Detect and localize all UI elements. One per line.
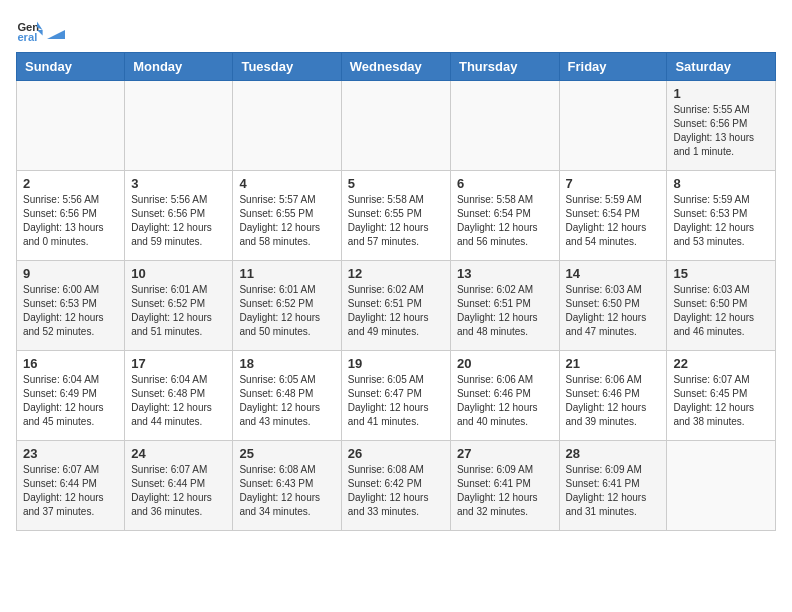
calendar-table: SundayMondayTuesdayWednesdayThursdayFrid… <box>16 52 776 531</box>
day-cell: 2Sunrise: 5:56 AM Sunset: 6:56 PM Daylig… <box>17 171 125 261</box>
day-info: Sunrise: 6:07 AM Sunset: 6:45 PM Dayligh… <box>673 373 769 429</box>
day-cell: 4Sunrise: 5:57 AM Sunset: 6:55 PM Daylig… <box>233 171 341 261</box>
day-info: Sunrise: 6:07 AM Sunset: 6:44 PM Dayligh… <box>131 463 226 519</box>
day-number: 16 <box>23 356 118 371</box>
day-number: 9 <box>23 266 118 281</box>
day-number: 1 <box>673 86 769 101</box>
day-number: 22 <box>673 356 769 371</box>
day-cell: 27Sunrise: 6:09 AM Sunset: 6:41 PM Dayli… <box>450 441 559 531</box>
day-number: 18 <box>239 356 334 371</box>
day-info: Sunrise: 5:59 AM Sunset: 6:53 PM Dayligh… <box>673 193 769 249</box>
day-cell: 7Sunrise: 5:59 AM Sunset: 6:54 PM Daylig… <box>559 171 667 261</box>
day-number: 25 <box>239 446 334 461</box>
day-cell: 1Sunrise: 5:55 AM Sunset: 6:56 PM Daylig… <box>667 81 776 171</box>
day-info: Sunrise: 6:02 AM Sunset: 6:51 PM Dayligh… <box>348 283 444 339</box>
week-row-2: 2Sunrise: 5:56 AM Sunset: 6:56 PM Daylig… <box>17 171 776 261</box>
day-info: Sunrise: 6:01 AM Sunset: 6:52 PM Dayligh… <box>239 283 334 339</box>
day-info: Sunrise: 6:03 AM Sunset: 6:50 PM Dayligh… <box>566 283 661 339</box>
day-info: Sunrise: 5:57 AM Sunset: 6:55 PM Dayligh… <box>239 193 334 249</box>
weekday-header-thursday: Thursday <box>450 53 559 81</box>
day-cell: 25Sunrise: 6:08 AM Sunset: 6:43 PM Dayli… <box>233 441 341 531</box>
day-cell <box>233 81 341 171</box>
day-number: 12 <box>348 266 444 281</box>
day-cell: 3Sunrise: 5:56 AM Sunset: 6:56 PM Daylig… <box>125 171 233 261</box>
day-info: Sunrise: 6:08 AM Sunset: 6:42 PM Dayligh… <box>348 463 444 519</box>
day-number: 24 <box>131 446 226 461</box>
day-number: 26 <box>348 446 444 461</box>
day-number: 10 <box>131 266 226 281</box>
page-header: Gen eral <box>16 16 776 44</box>
day-cell <box>341 81 450 171</box>
weekday-header-sunday: Sunday <box>17 53 125 81</box>
day-info: Sunrise: 5:59 AM Sunset: 6:54 PM Dayligh… <box>566 193 661 249</box>
day-cell: 21Sunrise: 6:06 AM Sunset: 6:46 PM Dayli… <box>559 351 667 441</box>
day-info: Sunrise: 6:09 AM Sunset: 6:41 PM Dayligh… <box>566 463 661 519</box>
day-cell: 9Sunrise: 6:00 AM Sunset: 6:53 PM Daylig… <box>17 261 125 351</box>
weekday-header-friday: Friday <box>559 53 667 81</box>
week-row-5: 23Sunrise: 6:07 AM Sunset: 6:44 PM Dayli… <box>17 441 776 531</box>
day-cell: 15Sunrise: 6:03 AM Sunset: 6:50 PM Dayli… <box>667 261 776 351</box>
day-info: Sunrise: 5:55 AM Sunset: 6:56 PM Dayligh… <box>673 103 769 159</box>
day-cell: 6Sunrise: 5:58 AM Sunset: 6:54 PM Daylig… <box>450 171 559 261</box>
svg-text:eral: eral <box>17 31 37 43</box>
weekday-header-row: SundayMondayTuesdayWednesdayThursdayFrid… <box>17 53 776 81</box>
weekday-header-wednesday: Wednesday <box>341 53 450 81</box>
day-info: Sunrise: 6:06 AM Sunset: 6:46 PM Dayligh… <box>566 373 661 429</box>
day-number: 8 <box>673 176 769 191</box>
day-number: 19 <box>348 356 444 371</box>
logo-triangle-icon <box>47 21 65 39</box>
day-cell: 26Sunrise: 6:08 AM Sunset: 6:42 PM Dayli… <box>341 441 450 531</box>
day-number: 17 <box>131 356 226 371</box>
day-info: Sunrise: 6:09 AM Sunset: 6:41 PM Dayligh… <box>457 463 553 519</box>
day-cell: 23Sunrise: 6:07 AM Sunset: 6:44 PM Dayli… <box>17 441 125 531</box>
logo: Gen eral <box>16 16 66 44</box>
day-info: Sunrise: 5:58 AM Sunset: 6:55 PM Dayligh… <box>348 193 444 249</box>
day-number: 2 <box>23 176 118 191</box>
day-number: 6 <box>457 176 553 191</box>
day-cell: 16Sunrise: 6:04 AM Sunset: 6:49 PM Dayli… <box>17 351 125 441</box>
day-info: Sunrise: 6:05 AM Sunset: 6:47 PM Dayligh… <box>348 373 444 429</box>
day-number: 21 <box>566 356 661 371</box>
day-number: 27 <box>457 446 553 461</box>
day-cell: 13Sunrise: 6:02 AM Sunset: 6:51 PM Dayli… <box>450 261 559 351</box>
day-number: 3 <box>131 176 226 191</box>
day-info: Sunrise: 6:04 AM Sunset: 6:49 PM Dayligh… <box>23 373 118 429</box>
day-number: 28 <box>566 446 661 461</box>
day-number: 14 <box>566 266 661 281</box>
day-cell <box>667 441 776 531</box>
day-cell <box>125 81 233 171</box>
weekday-header-tuesday: Tuesday <box>233 53 341 81</box>
logo-icon: Gen eral <box>16 16 44 44</box>
day-cell: 12Sunrise: 6:02 AM Sunset: 6:51 PM Dayli… <box>341 261 450 351</box>
day-number: 13 <box>457 266 553 281</box>
day-number: 4 <box>239 176 334 191</box>
day-cell: 8Sunrise: 5:59 AM Sunset: 6:53 PM Daylig… <box>667 171 776 261</box>
svg-marker-4 <box>47 30 65 39</box>
day-cell <box>17 81 125 171</box>
day-number: 15 <box>673 266 769 281</box>
day-cell <box>559 81 667 171</box>
day-number: 5 <box>348 176 444 191</box>
weekday-header-monday: Monday <box>125 53 233 81</box>
week-row-4: 16Sunrise: 6:04 AM Sunset: 6:49 PM Dayli… <box>17 351 776 441</box>
day-cell: 11Sunrise: 6:01 AM Sunset: 6:52 PM Dayli… <box>233 261 341 351</box>
day-cell: 14Sunrise: 6:03 AM Sunset: 6:50 PM Dayli… <box>559 261 667 351</box>
day-info: Sunrise: 6:02 AM Sunset: 6:51 PM Dayligh… <box>457 283 553 339</box>
day-cell: 17Sunrise: 6:04 AM Sunset: 6:48 PM Dayli… <box>125 351 233 441</box>
day-number: 11 <box>239 266 334 281</box>
day-info: Sunrise: 5:56 AM Sunset: 6:56 PM Dayligh… <box>131 193 226 249</box>
day-info: Sunrise: 6:06 AM Sunset: 6:46 PM Dayligh… <box>457 373 553 429</box>
week-row-3: 9Sunrise: 6:00 AM Sunset: 6:53 PM Daylig… <box>17 261 776 351</box>
day-info: Sunrise: 5:58 AM Sunset: 6:54 PM Dayligh… <box>457 193 553 249</box>
day-info: Sunrise: 6:03 AM Sunset: 6:50 PM Dayligh… <box>673 283 769 339</box>
day-number: 20 <box>457 356 553 371</box>
week-row-1: 1Sunrise: 5:55 AM Sunset: 6:56 PM Daylig… <box>17 81 776 171</box>
day-info: Sunrise: 6:00 AM Sunset: 6:53 PM Dayligh… <box>23 283 118 339</box>
day-info: Sunrise: 6:08 AM Sunset: 6:43 PM Dayligh… <box>239 463 334 519</box>
day-info: Sunrise: 6:04 AM Sunset: 6:48 PM Dayligh… <box>131 373 226 429</box>
day-cell: 20Sunrise: 6:06 AM Sunset: 6:46 PM Dayli… <box>450 351 559 441</box>
day-number: 7 <box>566 176 661 191</box>
day-number: 23 <box>23 446 118 461</box>
day-cell: 5Sunrise: 5:58 AM Sunset: 6:55 PM Daylig… <box>341 171 450 261</box>
day-cell: 10Sunrise: 6:01 AM Sunset: 6:52 PM Dayli… <box>125 261 233 351</box>
